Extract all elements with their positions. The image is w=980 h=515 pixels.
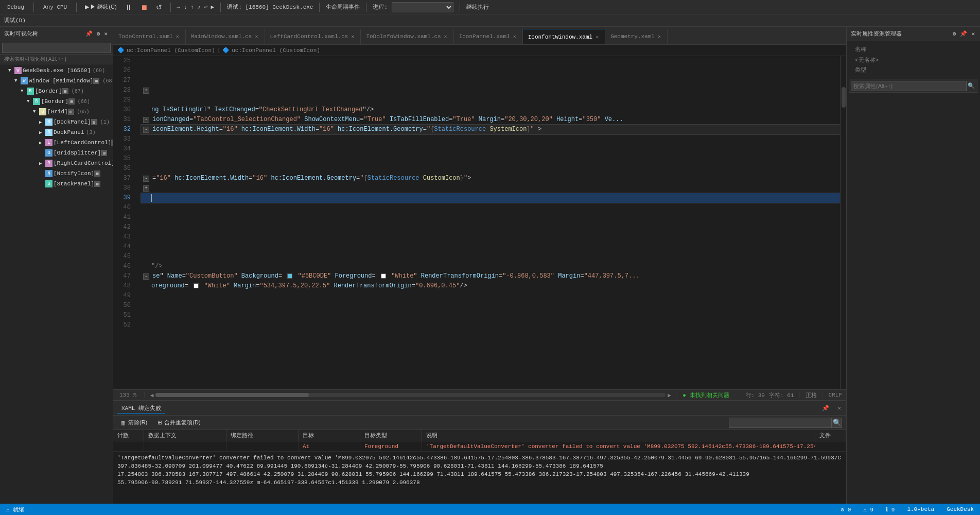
bottom-close-btn[interactable]: ✕	[836, 404, 842, 413]
right-panel-close[interactable]: ✕	[970, 29, 976, 38]
fold-32[interactable]: -	[143, 127, 149, 133]
status-warnings[interactable]: ⚠ 9	[861, 506, 876, 513]
tab-close-iconfontwindow[interactable]: ✕	[594, 34, 600, 40]
search-binding-input[interactable]	[729, 418, 832, 428]
fold-47[interactable]: -	[143, 273, 149, 280]
status-errors[interactable]: ⊘ 0	[839, 506, 853, 513]
th-file[interactable]: 文件	[815, 430, 846, 441]
line-numbers: 25 26 27 28 29 30 31 32 33 34 35 36 37 3…	[113, 56, 139, 389]
fold-31[interactable]: -	[143, 117, 149, 123]
tree-item-dockpanel2[interactable]: ▶ D DockPanel (3)	[0, 127, 113, 138]
status-ready[interactable]: ⚠ 就绪	[4, 506, 26, 513]
tab-close-mainwindow[interactable]: ✕	[254, 33, 259, 40]
right-search-btn[interactable]: 🔍	[967, 81, 976, 90]
arrow-border1[interactable]: ▼	[21, 89, 27, 94]
tab-iconpannel[interactable]: IconPannel.xaml ✕	[454, 29, 523, 44]
code-line-33	[141, 134, 840, 144]
th-targettype[interactable]: 目标类型	[360, 430, 422, 441]
tree-item-border2[interactable]: ▼ B [Border] ⊞ (66)	[0, 96, 113, 107]
pause-button[interactable]: ⏸	[123, 2, 134, 12]
merge-btn[interactable]: ⊞ 合并重复项(D)	[154, 418, 203, 427]
code-text-48: oreground= "White" Margin="534,397.5,20,…	[143, 281, 467, 291]
tree-item-border1[interactable]: ▼ B [Border] ⊞ (67)	[0, 86, 113, 96]
tab-close-leftcard[interactable]: ✕	[350, 33, 355, 40]
status-info[interactable]: ℹ 9	[884, 506, 897, 513]
cpu-dropdown[interactable]: Any CPU	[40, 3, 70, 11]
ln-39: 39	[113, 193, 135, 203]
th-target[interactable]: 目标	[299, 430, 360, 441]
th-path[interactable]: 绑定路径	[226, 430, 299, 441]
left-panel-close[interactable]: ✕	[103, 29, 109, 38]
tree-item-rightcard[interactable]: ▶ R [RightCardControl] (40)	[0, 158, 113, 168]
right-panel-pin[interactable]: 📌	[959, 29, 968, 38]
arrow-dockpanel1[interactable]: ▶	[39, 119, 45, 125]
vertical-scrollbar[interactable]	[840, 56, 846, 389]
scroll-left-btn[interactable]: ◀	[150, 392, 154, 399]
search-binding-btn[interactable]: 🔍	[832, 418, 842, 428]
continue-button[interactable]: ▶ ▶ 继续(C)	[83, 2, 118, 12]
tab-todoinfo[interactable]: ToDoInfoWindow.xaml.cs ✕	[361, 29, 453, 44]
process-select[interactable]	[392, 2, 453, 12]
fold-28[interactable]: +	[143, 88, 149, 94]
tree-search-input[interactable]	[2, 43, 111, 53]
tab-iconfontwindow[interactable]: IconfontWindow.xaml ✕	[523, 29, 605, 44]
tab-todocontrol[interactable]: TodoControl.xaml ✕	[113, 29, 186, 44]
tree-item-grid[interactable]: ▼ G [Grid] ⊞ (65)	[0, 107, 113, 117]
th-count[interactable]: 计数	[113, 430, 144, 441]
code-content[interactable]: + ng IsSettingUrl" TextChanged="CheckSet…	[139, 56, 840, 389]
arrow-mainwindow[interactable]: ▼	[14, 78, 21, 83]
scrollbar-thumb-v[interactable]	[842, 87, 846, 108]
td-path-1	[226, 441, 299, 451]
ln-27: 27	[113, 76, 135, 85]
tab-label-iconfontwindow: IconfontWindow.xaml	[528, 34, 592, 40]
tree-item-gridsplitter[interactable]: ▶ G [GridSplitter] ⊞	[0, 148, 113, 158]
th-context[interactable]: 数据上下文	[144, 430, 226, 441]
arrow-dockpanel2[interactable]: ▶	[39, 130, 45, 135]
tab-close-todoinfo[interactable]: ✕	[443, 33, 448, 40]
scroll-right-btn[interactable]: ▶	[668, 392, 671, 399]
right-panel-settings[interactable]: ⚙	[952, 29, 957, 38]
tree-item-dockpanel1[interactable]: ▶ D [DockPanel] ⊞ (1)	[0, 117, 113, 127]
debug-dropdown[interactable]: Debug	[4, 3, 27, 11]
tab-mainwindow[interactable]: MainWindow.xaml.cs ✕	[186, 29, 265, 44]
arrow-border2[interactable]: ▼	[27, 99, 33, 104]
status-appname[interactable]: GeekDesk	[944, 506, 976, 513]
tab-label-mainwindow: MainWindow.xaml.cs	[191, 33, 252, 40]
tree-item-mainwindow[interactable]: ▼ W window [MainWindow] ⊞ (68)	[0, 76, 113, 86]
table-row-1[interactable]: At Foreground 'TargetDefaultValueConvert…	[113, 441, 846, 452]
tree-item-notifyicon[interactable]: ▶ N [NotifyIcon] ⊞	[0, 168, 113, 179]
toolbar-icons: → ↓ ↑ ↗ ↩ ▶	[177, 4, 215, 10]
tab-close-iconpannel[interactable]: ✕	[512, 33, 517, 40]
tree-item-geekdesk[interactable]: ▼ W GeekDesk.exe [16560] (69)	[0, 65, 113, 76]
left-panel-settings[interactable]: ⚙	[96, 29, 101, 38]
horizontal-scrollbar[interactable]	[155, 393, 666, 397]
tab-leftcard[interactable]: LeftCardControl.xaml.cs ✕	[265, 29, 361, 44]
left-panel-pin[interactable]: 📌	[84, 29, 94, 38]
status-sep5: |	[798, 392, 801, 398]
ln-47: 47	[113, 271, 135, 281]
tree-item-leftcard[interactable]: ▶ L [LeftCardControl] ⊞ (14)	[0, 138, 113, 148]
no-issues-label[interactable]: ● 未找到相关问题	[682, 391, 729, 399]
status-branch[interactable]: 1.0-beta	[905, 506, 936, 513]
code-text-32: iconElement.Height="16" hc:IconElement.W…	[150, 125, 541, 134]
fold-38[interactable]: +	[143, 185, 149, 192]
th-desc[interactable]: 说明	[422, 430, 815, 441]
tab-close-geometry[interactable]: ✕	[657, 33, 662, 40]
clear-btn[interactable]: 🗑 清除(R)	[117, 418, 150, 427]
arrow-grid[interactable]: ▼	[33, 109, 39, 114]
tree-item-stackpanel[interactable]: ▶ S [StackPanel] ⊞	[0, 179, 113, 189]
restart-button[interactable]: ↺	[154, 2, 164, 12]
bottom-pin-btn[interactable]: 📌	[821, 404, 830, 413]
arrow-leftcard[interactable]: ▶	[39, 140, 45, 146]
tab-close-todocontrol[interactable]: ✕	[175, 33, 180, 40]
bottom-tab-xaml[interactable]: XAML 绑定失败	[117, 403, 165, 414]
stop-button[interactable]: ⏹	[138, 2, 150, 12]
code-line-40	[141, 203, 840, 213]
right-search-input[interactable]	[851, 81, 967, 91]
arrow-geekdesk[interactable]: ▼	[8, 68, 14, 73]
arrow-rightcard[interactable]: ▶	[39, 161, 45, 166]
h-scrollbar-thumb[interactable]	[155, 393, 308, 397]
fold-37[interactable]: -	[143, 176, 149, 182]
zoom-level[interactable]: 133 %	[117, 392, 138, 398]
tab-geometry[interactable]: Geometry.xaml ✕	[605, 29, 668, 44]
